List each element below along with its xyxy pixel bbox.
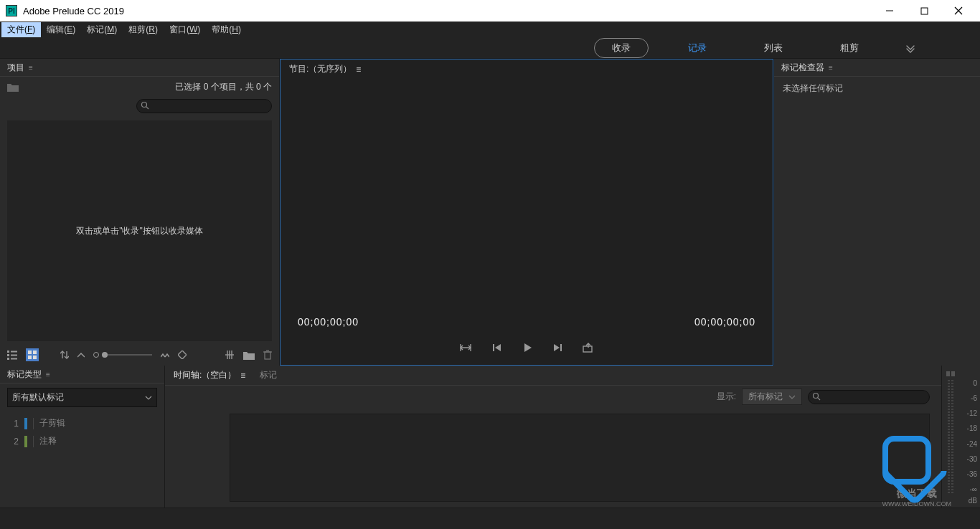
svg-line-33 <box>818 397 820 399</box>
folder-up-icon[interactable] <box>7 82 19 92</box>
delete-icon[interactable] <box>263 350 272 360</box>
workspace-tab-logging[interactable]: 记录 <box>670 38 725 58</box>
window-titlebar: Pl Adobe Prelude CC 2019 <box>0 0 980 22</box>
app-title: Adobe Prelude CC 2019 <box>23 6 124 16</box>
search-icon <box>812 392 821 401</box>
marker-color-swatch <box>24 418 27 429</box>
marker-filter-dropdown[interactable]: 所有标记 <box>742 389 802 405</box>
mark-in-out-icon[interactable] <box>459 343 472 353</box>
workspace-tab-list[interactable]: 列表 <box>746 38 801 58</box>
marker-index: 1 <box>7 419 19 429</box>
svg-marker-26 <box>495 344 501 351</box>
show-label: 显示: <box>717 391 736 403</box>
icon-view-icon[interactable] <box>26 348 39 361</box>
menu-file[interactable]: 文件(F) <box>1 22 41 37</box>
marker-types-panel: 标记类型≡ 所有默认标记 1 子剪辑 2 注释 <box>0 366 165 507</box>
step-forward-icon[interactable] <box>552 343 562 353</box>
svg-rect-6 <box>7 351 9 353</box>
svg-rect-7 <box>11 351 17 353</box>
marker-set-dropdown[interactable]: 所有默认标记 <box>7 388 157 407</box>
timeline-search-input[interactable] <box>808 390 930 404</box>
project-panel-tab[interactable]: 项目≡ <box>7 62 32 74</box>
timeline-tab[interactable]: 时间轴:（空白）≡ <box>174 369 245 381</box>
svg-rect-9 <box>11 355 17 356</box>
menu-window[interactable]: 窗口(W) <box>164 22 206 37</box>
marker-types-tab[interactable]: 标记类型≡ <box>7 368 50 381</box>
freeform-icon[interactable] <box>178 351 187 359</box>
new-bin-icon[interactable] <box>225 350 235 360</box>
workspace-tab-ingest[interactable]: 收录 <box>594 38 649 58</box>
menu-help[interactable]: 帮助(H) <box>206 22 247 37</box>
chevron-down-icon <box>788 395 796 399</box>
marker-color-swatch <box>24 436 27 447</box>
marker-type-label: 子剪辑 <box>39 417 65 429</box>
peak-indicator <box>946 371 956 376</box>
footer <box>0 507 980 529</box>
timeline-tracks[interactable] <box>230 414 930 502</box>
export-frame-icon[interactable] <box>583 343 594 353</box>
sort-icon[interactable] <box>60 350 69 360</box>
maximize-button[interactable] <box>914 6 934 15</box>
marker-index: 2 <box>7 437 19 447</box>
app-icon: Pl <box>6 5 17 16</box>
svg-rect-31 <box>583 346 592 352</box>
program-canvas[interactable] <box>281 79 773 312</box>
menu-edit[interactable]: 编辑(E) <box>41 22 81 37</box>
panel-menu-icon[interactable]: ≡ <box>29 64 32 72</box>
selection-count-label: 已选择 0 个项目，共 0 个 <box>175 81 272 93</box>
panel-menu-icon[interactable]: ≡ <box>829 64 832 72</box>
minimize-button[interactable] <box>880 6 900 15</box>
svg-point-4 <box>142 103 147 108</box>
search-icon <box>141 101 149 110</box>
list-view-icon[interactable] <box>7 350 17 360</box>
menu-marker[interactable]: 标记(M) <box>81 22 123 37</box>
svg-line-5 <box>146 107 149 109</box>
meter-bars <box>948 380 955 493</box>
svg-rect-11 <box>11 358 17 360</box>
svg-rect-1 <box>921 8 928 14</box>
zoom-slider[interactable] <box>102 354 152 356</box>
panel-menu-icon[interactable]: ≡ <box>240 371 245 381</box>
project-search-input[interactable] <box>136 99 272 113</box>
zoom-in-icon[interactable] <box>161 351 169 358</box>
play-icon[interactable] <box>522 343 532 353</box>
project-panel: 项目≡ 已选择 0 个项目，共 0 个 双击或单击"收录"按钮以收录媒体 <box>0 59 280 366</box>
zoom-knob-icon <box>93 352 99 358</box>
inspector-panel-tab[interactable]: 标记检查器≡ <box>781 62 832 74</box>
svg-rect-14 <box>28 356 32 359</box>
step-back-icon[interactable] <box>492 343 502 353</box>
workspace-overflow-icon[interactable] <box>898 43 923 53</box>
project-empty-hint: 双击或单击"收录"按钮以收录媒体 <box>76 225 203 237</box>
new-folder-icon[interactable] <box>243 351 255 360</box>
program-monitor: 节目:（无序列） ≡ 00;00;00;00 00;00;00;00 <box>280 59 773 366</box>
svg-marker-28 <box>524 343 532 352</box>
marker-type-item[interactable]: 1 子剪辑 <box>7 414 157 432</box>
menu-roughcut[interactable]: 粗剪(R) <box>123 22 164 37</box>
svg-rect-23 <box>265 352 270 359</box>
svg-rect-12 <box>28 351 32 354</box>
svg-rect-10 <box>7 358 9 360</box>
program-title: 节目:（无序列） <box>289 63 352 75</box>
workspace-bar: 收录 记录 列表 粗剪 <box>0 37 980 59</box>
svg-marker-29 <box>554 344 560 351</box>
svg-rect-13 <box>33 351 37 354</box>
chevron-down-icon <box>145 396 152 400</box>
marker-type-label: 注释 <box>39 435 57 447</box>
timecode-duration: 00;00;00;00 <box>694 316 755 328</box>
svg-marker-18 <box>178 351 187 359</box>
inspector-empty-label: 未选择任何标记 <box>774 77 980 100</box>
workspace-tab-roughcut[interactable]: 粗剪 <box>822 38 877 58</box>
timecode-current[interactable]: 00;00;00;00 <box>298 316 359 328</box>
panel-menu-icon[interactable]: ≡ <box>46 371 50 378</box>
panel-menu-icon[interactable]: ≡ <box>356 65 361 75</box>
zoom-out-icon[interactable] <box>77 351 85 358</box>
marker-inspector-panel: 标记检查器≡ 未选择任何标记 <box>773 59 980 366</box>
db-label: dB <box>969 497 977 505</box>
marker-type-item[interactable]: 2 注释 <box>7 432 157 450</box>
audio-meter: 0 -6 -12 -18 -24 -30 -36 -∞ dB <box>941 366 980 507</box>
project-bin[interactable]: 双击或单击"收录"按钮以收录媒体 <box>7 120 272 341</box>
markers-tab[interactable]: 标记 <box>260 369 277 381</box>
svg-rect-15 <box>33 356 37 359</box>
svg-rect-8 <box>7 354 9 356</box>
close-button[interactable] <box>948 6 969 15</box>
